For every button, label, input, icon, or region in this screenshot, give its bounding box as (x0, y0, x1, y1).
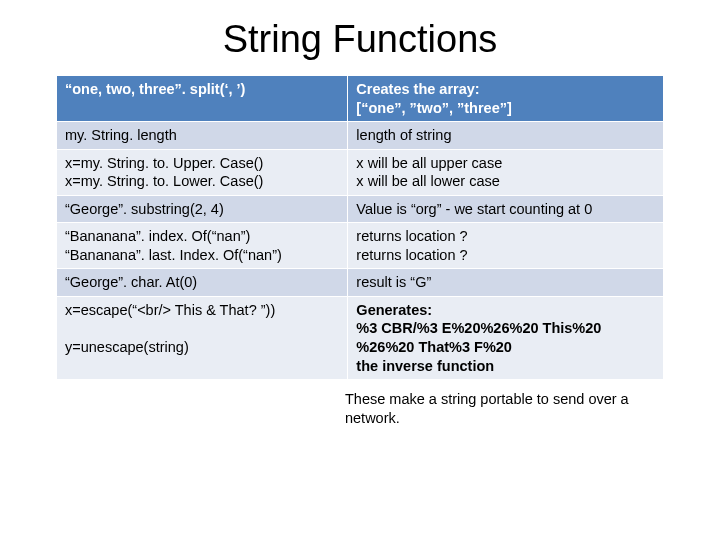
cell-desc: result is “G” (348, 269, 664, 297)
cell-code: “one, two, three”. split(‘, ’) (57, 76, 348, 122)
table-row: x=my. String. to. Upper. Case()x=my. Str… (57, 149, 664, 195)
cell-code: “George”. char. At(0) (57, 269, 348, 297)
cell-code: “George”. substring(2, 4) (57, 195, 348, 223)
cell-desc: Generates:%3 CBR/%3 E%20%26%20 This%20%2… (348, 296, 664, 379)
page-title: String Functions (0, 18, 720, 61)
string-functions-table: “one, two, three”. split(‘, ’) Creates t… (56, 75, 664, 380)
cell-desc: Creates the array:[“one”, ”two”, ”three”… (348, 76, 664, 122)
footnote-wrap: These make a string portable to send ove… (56, 390, 664, 427)
table-row: my. String. length length of string (57, 122, 664, 150)
cell-code: my. String. length (57, 122, 348, 150)
cell-desc: length of string (348, 122, 664, 150)
cell-code: “Bananana”. index. Of(“nan”)“Bananana”. … (57, 223, 348, 269)
slide: String Functions “one, two, three”. spli… (0, 0, 720, 540)
cell-code: x=escape(“<br/> This & That? ”))y=unesca… (57, 296, 348, 379)
footnote: These make a string portable to send ove… (345, 390, 658, 427)
cell-code: x=my. String. to. Upper. Case()x=my. Str… (57, 149, 348, 195)
cell-desc: x will be all upper casex will be all lo… (348, 149, 664, 195)
table-row: “George”. char. At(0) result is “G” (57, 269, 664, 297)
cell-desc: returns location ?returns location ? (348, 223, 664, 269)
table-row: “Bananana”. index. Of(“nan”)“Bananana”. … (57, 223, 664, 269)
table-row: “one, two, three”. split(‘, ’) Creates t… (57, 76, 664, 122)
table-row: “George”. substring(2, 4) Value is “org”… (57, 195, 664, 223)
table-row: x=escape(“<br/> This & That? ”))y=unesca… (57, 296, 664, 379)
cell-desc: Value is “org” - we start counting at 0 (348, 195, 664, 223)
